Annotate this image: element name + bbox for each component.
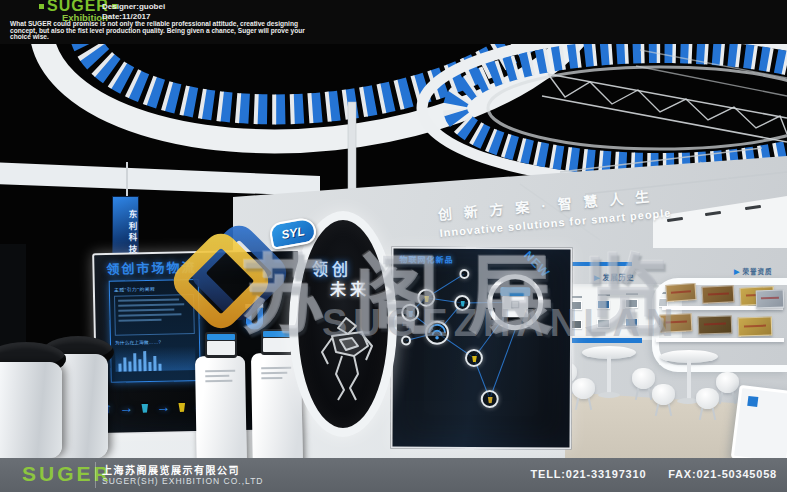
chair xyxy=(716,372,739,393)
kiosk-screen xyxy=(205,332,237,358)
play-arrow-icon: ▶ xyxy=(594,274,600,281)
award-plaque xyxy=(660,313,693,333)
oval-display: 领创 未来 xyxy=(289,211,397,437)
chair xyxy=(572,378,595,399)
award-plaque xyxy=(665,283,696,302)
screen-title: 主题"引力"的阐释 xyxy=(114,284,194,293)
network-node xyxy=(454,295,470,311)
reception-panel xyxy=(731,385,787,458)
booth-render: 创 新 方 案 · 智 慧 人 生 Innovative solutions f… xyxy=(0,44,787,458)
footer-contacts: TELL:021-33197310 FAX:021-50345058 xyxy=(513,468,777,480)
kiosk-text-decor xyxy=(261,367,291,383)
network-node xyxy=(481,390,499,408)
honors-label: ▶荣誉资质 xyxy=(734,266,772,276)
oval-slogan-line2: 未来 xyxy=(330,276,370,300)
cylinder-seat xyxy=(0,362,62,458)
bin-icon xyxy=(407,309,413,317)
promise-line: concept, but also the fist level product… xyxy=(10,28,320,35)
timeline-photo xyxy=(625,299,638,308)
bin-icon xyxy=(423,294,429,302)
left-wall-title: 领创市场物流 xyxy=(106,257,196,278)
bin-icon xyxy=(471,354,477,362)
timeline-photo xyxy=(597,319,610,328)
bin-icon xyxy=(140,402,149,413)
network-node xyxy=(417,289,435,307)
magnet-icon xyxy=(245,308,263,330)
award-plaque xyxy=(702,285,735,304)
footer-divider xyxy=(95,462,96,488)
wifi-node xyxy=(425,321,449,345)
timeline-photo xyxy=(625,318,638,327)
right-arrow-icon: → xyxy=(119,399,133,415)
history-label: ▶发展历史 xyxy=(594,272,634,282)
robot-artwork xyxy=(318,312,374,408)
company-promise: What SUGER could promise is not only the… xyxy=(10,21,320,41)
play-arrow-icon: ▶ xyxy=(734,268,740,275)
chair xyxy=(632,368,655,389)
network-node xyxy=(401,336,411,346)
network-node xyxy=(401,304,419,322)
designer-line: Designer:guobei xyxy=(102,2,165,11)
fax-number: FAX:021-50345058 xyxy=(668,468,777,480)
footer-logo: SUGER xyxy=(22,462,112,486)
product-device xyxy=(502,287,528,317)
info-screen: 主题"引力"的阐释 为什么在上海做……? xyxy=(109,279,201,383)
new-product-circle xyxy=(487,274,543,330)
bin-icon xyxy=(460,300,465,307)
timeline-photo xyxy=(597,300,610,309)
kiosk-body xyxy=(195,356,247,458)
bin-icon xyxy=(487,395,493,403)
chair xyxy=(696,388,719,409)
chair xyxy=(652,384,675,405)
panel-logo-icon xyxy=(747,396,758,407)
network-lines xyxy=(392,249,574,452)
company-name-en: SUGER(SH) EXHIBITION CO.,LTD xyxy=(102,476,264,486)
award-plaque xyxy=(756,290,785,309)
company-name-cn: 上海苏阁展览展示有限公司 xyxy=(102,462,240,477)
tel-number: TELL:021-33197310 xyxy=(531,468,647,480)
kiosk-text-decor xyxy=(205,370,235,386)
screen-question: 为什么在上海做……? xyxy=(115,337,195,346)
right-arrow-icon: → xyxy=(156,399,170,415)
logo-square-icon xyxy=(39,4,44,9)
network-node xyxy=(459,269,469,279)
right-graphic-wall: 物联网化新品 xyxy=(390,247,572,450)
header-bar: SUGER Exhibition Designer:guobei Date:11… xyxy=(0,0,787,44)
blue-accent-bar xyxy=(570,262,632,266)
design-presentation-sheet: SUGER Exhibition Designer:guobei Date:11… xyxy=(0,0,787,492)
wifi-icon xyxy=(427,324,447,342)
skyline-graphic xyxy=(115,346,195,372)
bin-icon xyxy=(177,401,186,412)
screen-text-box xyxy=(114,294,195,336)
footer-bar: SUGER 上海苏阁展览展示有限公司 SUGER(SH) EXHIBITION … xyxy=(0,458,787,492)
promise-line: choice wise. xyxy=(10,34,320,41)
demo-kiosk xyxy=(196,332,246,458)
network-node xyxy=(465,349,483,367)
